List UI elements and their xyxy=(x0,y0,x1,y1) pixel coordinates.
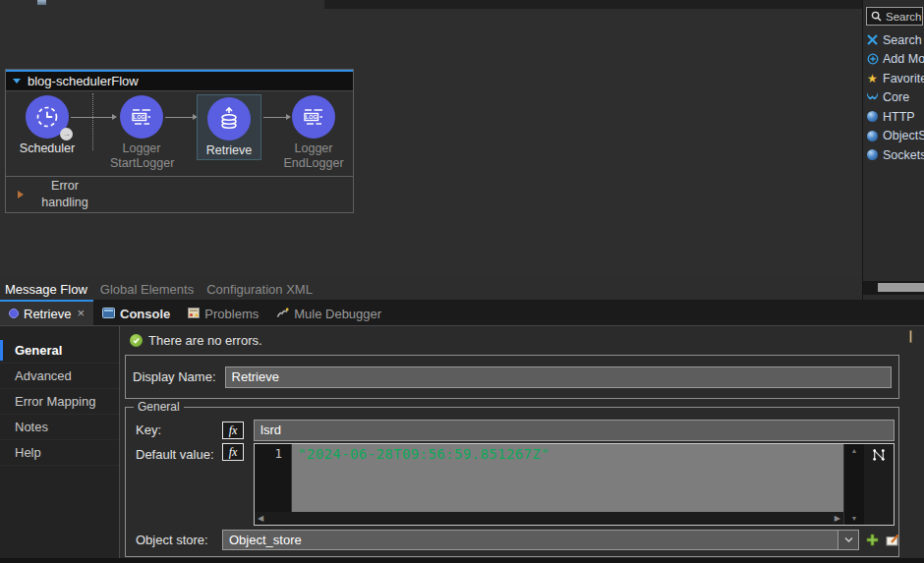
key-row: Key: fx xyxy=(136,420,895,440)
expand-triangle-icon[interactable] xyxy=(18,191,24,198)
exchange-icon xyxy=(866,34,879,45)
scroll-left-arrow-icon[interactable]: ◀ xyxy=(258,514,263,523)
palette-item-sockets[interactable]: Sockets xyxy=(866,145,924,165)
scheduler-clock-icon: → xyxy=(26,95,69,139)
nav-item-general[interactable]: General xyxy=(0,338,119,364)
svg-text:LOG: LOG xyxy=(306,114,318,120)
problems-icon xyxy=(188,307,200,321)
flow-body: → Scheduler xyxy=(6,91,353,176)
palette-item-list: Search i Add Mo ★ Favorites Core HTTP xyxy=(866,30,924,165)
source-separator-line xyxy=(92,93,93,150)
tab-mule-debugger[interactable]: Mule Debugger xyxy=(267,300,390,325)
editor-side-panel xyxy=(864,444,894,525)
palette-item-http[interactable]: HTTP xyxy=(866,107,924,127)
nav-item-help[interactable]: Help xyxy=(0,440,119,466)
anypoint-studio-window: blog-schedulerFlow → Scheduler xyxy=(0,0,924,563)
trigger-arrow-badge-icon: → xyxy=(60,128,73,141)
fx-expression-button[interactable]: fx xyxy=(222,422,244,439)
palette-item-favorites[interactable]: ★ Favorites xyxy=(866,69,924,88)
palette-item-add-modules[interactable]: Add Mo xyxy=(866,50,924,70)
properties-nav: General Advanced Error Mapping Notes Hel… xyxy=(0,326,120,563)
error-handling-section[interactable]: Error handling xyxy=(6,176,353,211)
scrollbar-thumb[interactable] xyxy=(878,283,924,292)
cropped-toolbar-strip xyxy=(324,0,862,9)
tab-message-flow[interactable]: Message Flow xyxy=(5,282,87,297)
tab-configuration-xml[interactable]: Configuration XML xyxy=(206,282,313,297)
module-sphere-icon xyxy=(866,111,879,122)
editor-vertical-scrollbar[interactable]: ▲ ▼ xyxy=(843,444,864,525)
search-icon xyxy=(870,11,883,22)
general-group: General Key: fx Default value: fx 1 "202… xyxy=(125,407,899,557)
nav-item-notes[interactable]: Notes xyxy=(0,415,119,440)
general-group-title: General xyxy=(134,400,184,414)
node-logger-startlogger[interactable]: LOG Logger StartLogger xyxy=(110,95,173,170)
flow-title: blog-schedulerFlow xyxy=(28,74,139,88)
object-store-row: Object store: Object_store xyxy=(136,530,895,550)
console-icon xyxy=(102,307,115,321)
editor-horizontal-scrollbar[interactable]: ◀ ▶ xyxy=(255,512,843,525)
flow-arrow xyxy=(165,117,197,118)
line-number-gutter: 1 xyxy=(255,444,292,512)
scroll-down-arrow-icon[interactable]: ▼ xyxy=(851,515,858,522)
node-label: Retrieve xyxy=(198,143,260,157)
palette-item-search-in-exchange[interactable]: Search i xyxy=(866,30,924,50)
palette-search-box[interactable] xyxy=(866,7,923,26)
check-circle-icon xyxy=(130,334,143,347)
display-name-input[interactable] xyxy=(225,366,892,388)
logger-icon: LOG xyxy=(120,95,163,139)
palette-search-input[interactable] xyxy=(886,11,923,23)
properties-content: There are no errors. Display Name: Gener… xyxy=(120,326,924,563)
code-area[interactable]: "2024-06-28T09:56:59.851267Z" xyxy=(292,444,843,512)
node-scheduler[interactable]: → Scheduler xyxy=(16,95,79,155)
flow-editor-tab-bar: Message Flow Global Elements Configurati… xyxy=(0,278,862,300)
mule-palette: Search i Add Mo ★ Favorites Core HTTP xyxy=(862,0,924,300)
properties-panel: General Advanced Error Mapping Notes Hel… xyxy=(0,326,924,563)
palette-item-core[interactable]: Core xyxy=(866,88,924,108)
close-icon[interactable]: × xyxy=(77,309,85,318)
key-input[interactable] xyxy=(254,420,895,441)
flow-canvas[interactable]: blog-schedulerFlow → Scheduler xyxy=(0,0,862,278)
chevron-down-icon[interactable] xyxy=(837,531,858,549)
tab-retrieve-properties[interactable]: Retrieve × xyxy=(0,300,93,325)
default-value-label: Default value: xyxy=(136,447,222,462)
tab-problems[interactable]: Problems xyxy=(179,300,267,325)
processor-circle-icon xyxy=(9,309,19,318)
flow-container: blog-schedulerFlow → Scheduler xyxy=(5,69,354,213)
default-value-row: Default value: fx 1 "2024-06-28T09:56:59… xyxy=(136,443,895,526)
key-label: Key: xyxy=(136,422,222,437)
node-sublabel: EndLogger xyxy=(282,156,345,170)
palette-item-objectstore[interactable]: ObjectSt xyxy=(866,127,924,146)
fx-expression-button[interactable]: fx xyxy=(222,443,244,461)
module-sphere-icon xyxy=(866,131,879,141)
add-object-store-button[interactable] xyxy=(866,534,879,546)
logger-icon: LOG xyxy=(292,95,335,139)
palette-horizontal-scrollbar[interactable] xyxy=(863,281,924,295)
object-store-select[interactable]: Object_store xyxy=(222,530,859,550)
dataweave-editor[interactable]: 1 "2024-06-28T09:56:59.851267Z" ◀ ▶ ▲ ▼ xyxy=(254,443,895,526)
node-retrieve-selected[interactable]: Retrieve xyxy=(198,95,260,159)
tab-global-elements[interactable]: Global Elements xyxy=(100,282,194,297)
display-name-label: Display Name: xyxy=(133,369,216,384)
tab-console[interactable]: Console xyxy=(93,300,179,325)
collapse-triangle-icon[interactable] xyxy=(13,79,21,84)
display-name-group: Display Name: xyxy=(125,355,899,399)
nav-item-advanced[interactable]: Advanced xyxy=(0,364,119,389)
node-logger-endlogger[interactable]: LOG Logger EndLogger xyxy=(282,95,345,170)
favorites-star-icon: ★ xyxy=(866,73,879,84)
retrieve-objectstore-icon xyxy=(207,97,251,141)
cropped-toolbar-icon xyxy=(37,0,46,5)
scroll-up-arrow-icon[interactable]: ▲ xyxy=(851,447,858,454)
mule-debugger-icon xyxy=(276,307,289,321)
flow-title-bar[interactable]: blog-schedulerFlow xyxy=(6,70,353,91)
status-text: There are no errors. xyxy=(148,333,262,348)
validation-status: There are no errors. xyxy=(130,333,262,348)
node-label: Logger xyxy=(282,141,345,155)
scroll-right-arrow-icon[interactable]: ▶ xyxy=(835,514,840,523)
mule-core-icon xyxy=(866,91,879,103)
object-store-label: Object store: xyxy=(136,533,222,547)
module-sphere-icon xyxy=(866,149,879,160)
edit-object-store-button[interactable] xyxy=(886,534,899,546)
overview-ruler-marker xyxy=(909,330,912,343)
bottom-view-tab-bar: Retrieve × Console Problems Mule Debugge… xyxy=(0,300,924,326)
nav-item-error-mapping[interactable]: Error Mapping xyxy=(0,389,119,415)
